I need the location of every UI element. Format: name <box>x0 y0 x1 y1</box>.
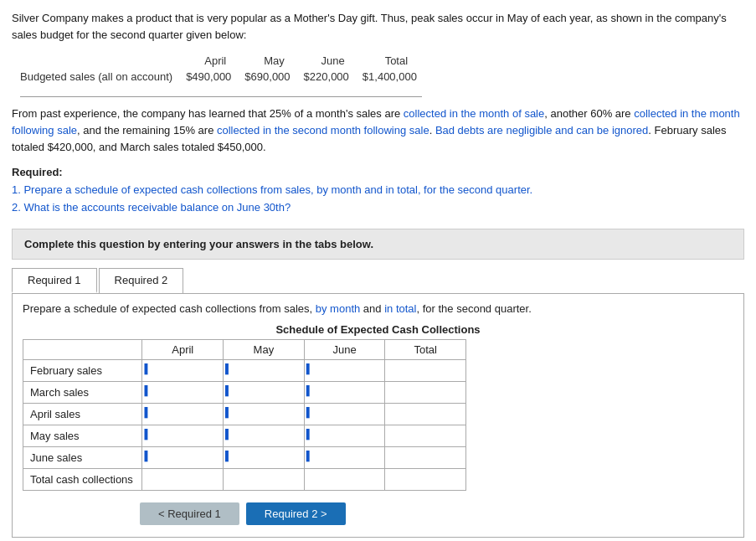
schedule-title: Schedule of Expected Cash Collections <box>23 323 733 336</box>
tab-desc-and: and <box>363 302 384 315</box>
input-february-april[interactable] <box>149 364 216 377</box>
table-row: Total cash collections <box>23 469 466 491</box>
budget-header-june: June <box>304 53 363 69</box>
cell-june-april[interactable]: ▌ <box>142 447 224 469</box>
cell-february-may[interactable]: ▌ <box>224 360 305 382</box>
cell-total-may[interactable] <box>224 469 305 491</box>
body-highlight-3: collected in the second month following … <box>217 124 429 137</box>
cell-april-total[interactable] <box>385 404 466 425</box>
budget-val-april: $490,000 <box>186 69 244 85</box>
tab-desc-blue-1: by month <box>316 302 360 315</box>
cell-march-total[interactable] <box>385 382 466 404</box>
cell-may-june[interactable]: ▌ <box>304 425 385 447</box>
schedule-table: April May June Total February sales ▌ ▌ … <box>23 339 466 491</box>
input-may-may[interactable] <box>230 430 297 442</box>
cell-total-total[interactable] <box>385 469 466 491</box>
input-april-april[interactable] <box>149 408 216 420</box>
body-paragraph: From past experience, the company has le… <box>12 106 744 156</box>
schedule-header-april: April <box>142 340 224 360</box>
tab-content: Prepare a schedule of expected cash coll… <box>12 294 744 538</box>
row-label-total: Total cash collections <box>23 469 142 491</box>
budget-header-total: Total <box>363 53 430 69</box>
budget-val-total: $1,400,000 <box>363 69 430 85</box>
input-april-total[interactable] <box>392 408 459 420</box>
input-june-may[interactable] <box>230 451 297 464</box>
budget-divider <box>20 96 422 97</box>
row-label-april: April sales <box>23 404 142 425</box>
input-march-may[interactable] <box>230 386 297 399</box>
body-highlight-4: Bad debts are negligible and can be igno… <box>435 124 648 137</box>
budget-table: April May June Total Budgeted sales (all… <box>20 53 430 85</box>
required-item-2: 2. What is the accounts receivable balan… <box>12 199 744 217</box>
bottom-nav: < Required 1 Required 2 > <box>140 502 733 525</box>
cell-april-may[interactable]: ▌ <box>224 404 305 425</box>
input-february-total[interactable] <box>392 364 459 377</box>
table-row: February sales ▌ ▌ ▌ <box>23 360 466 382</box>
table-row: May sales ▌ ▌ ▌ <box>23 425 466 447</box>
row-label-may: May sales <box>23 425 142 447</box>
input-may-april[interactable] <box>149 430 216 442</box>
required-item-1: 1. Prepare a schedule of expected cash c… <box>12 182 744 199</box>
required-title: Required: <box>12 166 744 178</box>
cell-february-april[interactable]: ▌ <box>142 360 224 382</box>
btn-next[interactable]: Required 2 > <box>246 502 346 525</box>
complete-box: Complete this question by entering your … <box>12 229 744 260</box>
body-highlight-1: collected in the month of sale <box>404 107 544 120</box>
cell-march-may[interactable]: ▌ <box>224 382 305 404</box>
required-section: Required: 1. Prepare a schedule of expec… <box>12 166 744 217</box>
table-row: March sales ▌ ▌ ▌ <box>23 382 466 404</box>
cell-may-april[interactable]: ▌ <box>142 425 224 447</box>
schedule-col-empty <box>23 340 142 360</box>
schedule-header-june: June <box>304 340 385 360</box>
cell-may-may[interactable]: ▌ <box>224 425 305 447</box>
cell-june-total[interactable] <box>385 447 466 469</box>
table-row: April sales ▌ ▌ ▌ <box>23 404 466 425</box>
row-label-june: June sales <box>23 447 142 469</box>
input-march-total[interactable] <box>392 386 459 399</box>
budget-header-may: May <box>244 53 303 69</box>
budget-val-june: $220,000 <box>304 69 363 85</box>
cell-april-june[interactable]: ▌ <box>304 404 385 425</box>
input-march-june[interactable] <box>311 386 378 399</box>
input-april-may[interactable] <box>230 408 297 420</box>
budget-val-may: $690,000 <box>244 69 303 85</box>
cell-february-total[interactable] <box>385 360 466 382</box>
tab-required-1[interactable]: Required 1 <box>12 268 97 293</box>
input-total-april[interactable] <box>149 473 216 486</box>
cell-april-april[interactable]: ▌ <box>142 404 224 425</box>
input-march-april[interactable] <box>149 386 216 399</box>
tab-description: Prepare a schedule of expected cash coll… <box>23 302 733 315</box>
tabs-row: Required 1 Required 2 <box>12 268 744 294</box>
cell-total-april[interactable] <box>142 469 224 491</box>
cell-june-june[interactable]: ▌ <box>304 447 385 469</box>
tab-desc-blue-2: in total <box>384 302 416 315</box>
budget-row-label: Budgeted sales (all on account) <box>20 69 186 85</box>
input-february-june[interactable] <box>311 364 378 377</box>
cell-total-june[interactable] <box>304 469 385 491</box>
table-row: June sales ▌ ▌ ▌ <box>23 447 466 469</box>
input-may-total[interactable] <box>392 430 459 442</box>
cell-june-may[interactable]: ▌ <box>224 447 305 469</box>
btn-prev[interactable]: < Required 1 <box>140 502 239 525</box>
row-label-february: February sales <box>23 360 142 382</box>
schedule-table-wrapper: Schedule of Expected Cash Collections Ap… <box>23 323 733 491</box>
input-total-total[interactable] <box>392 473 459 486</box>
tab-required-2[interactable]: Required 2 <box>99 268 184 293</box>
cell-march-june[interactable]: ▌ <box>304 382 385 404</box>
input-june-june[interactable] <box>311 451 378 464</box>
cell-february-june[interactable]: ▌ <box>304 360 385 382</box>
input-june-april[interactable] <box>149 451 216 464</box>
input-may-june[interactable] <box>311 430 378 442</box>
row-label-march: March sales <box>23 382 142 404</box>
input-june-total[interactable] <box>392 451 459 464</box>
schedule-header-may: May <box>224 340 305 360</box>
budget-header-april: April <box>186 53 244 69</box>
input-total-june[interactable] <box>311 473 378 486</box>
cell-may-total[interactable] <box>385 425 466 447</box>
schedule-header-total: Total <box>385 340 466 360</box>
input-april-june[interactable] <box>311 408 378 420</box>
cell-march-april[interactable]: ▌ <box>142 382 224 404</box>
input-total-may[interactable] <box>230 473 297 486</box>
intro-paragraph: Silver Company makes a product that is v… <box>12 10 744 43</box>
input-february-may[interactable] <box>230 364 297 377</box>
